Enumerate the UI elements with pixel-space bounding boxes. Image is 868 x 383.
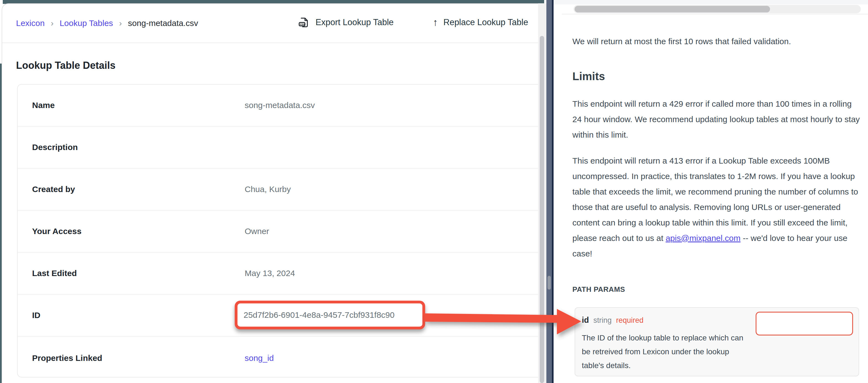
row-value: Owner [245,211,269,252]
breadcrumb-link-lexicon[interactable]: Lexicon [16,19,44,28]
limits-paragraph-1: This endpoint will return a 429 error if… [572,96,863,143]
left-scrollbar-thumb[interactable] [540,36,544,383]
row-label: ID [32,294,40,336]
lookup-table-details-card: Name song-metadata.csv Description Creat… [17,84,538,378]
breadcrumb: Lexicon › Lookup Tables › song-metadata.… [16,16,198,30]
apis-mixpanel-email-link[interactable]: apis@mixpanel.com [666,234,741,243]
header-divider [2,42,538,43]
row-label: Your Access [32,211,82,252]
table-row-your-access: Your Access Owner [18,211,538,252]
paragraph-2-text: This endpoint will return a 413 error if… [572,156,858,243]
upload-arrow-icon: ↑ [433,18,438,27]
row-label: Description [32,127,78,168]
page-title: Lookup Table Details [16,60,116,71]
replace-button-label: Replace Lookup Table [443,18,528,27]
docs-top-divider [562,14,868,14]
table-row-properties-linked: Properties Linked song_id [18,337,538,380]
screenshot-root: Lexicon › Lookup Tables › song-metadata.… [0,0,868,383]
svg-text:csv: csv [300,23,305,26]
horizontal-scrollbar-thumb[interactable] [575,6,770,12]
csv-file-icon: csv [297,16,310,29]
table-row-created-by: Created by Chua, Kurby [18,169,538,211]
breadcrumb-separator-icon: › [119,19,122,28]
table-row-description: Description [18,127,538,169]
song-id-link[interactable]: song_id [245,337,274,380]
row-label: Properties Linked [32,337,102,380]
id-annotation-box: 25d7f2b6-6901-4e8a-9457-7cbf931f8c90 [235,301,425,329]
replace-lookup-table-button[interactable]: ↑ Replace Lookup Table [433,13,528,32]
param-required-badge: required [616,316,644,325]
lookup-table-id-value: 25d7f2b6-6901-4e8a-9457-7cbf931f8c90 [244,310,395,320]
param-name: id [582,316,589,325]
path-params-label: PATH PARAMS [572,285,625,294]
param-description: The ID of the lookup table to replace wh… [582,331,753,373]
table-row-last-edited: Last Edited May 13, 2024 [18,252,538,294]
breadcrumb-link-lookup-tables[interactable]: Lookup Tables [60,19,113,28]
export-lookup-table-button[interactable]: csv Export Lookup Table [297,13,394,32]
row-value: song-metadata.csv [245,84,315,126]
export-button-label: Export Lookup Table [315,18,394,27]
row-value: Chua, Kurby [245,169,291,210]
param-type: string [593,316,612,325]
api-docs-panel: We will return at most the first 10 rows… [554,0,868,383]
divider-scrollbar-thumb[interactable] [548,276,551,289]
breadcrumb-current-file: song-metadata.csv [128,19,198,28]
id-param-input[interactable] [755,312,853,336]
row-label: Created by [32,169,75,210]
row-value: May 13, 2024 [245,252,295,294]
docs-intro-text: We will return at most the first 10 rows… [572,34,863,49]
limits-paragraph-2: This endpoint will return a 413 error if… [572,153,863,262]
window-divider-bar [547,0,552,383]
breadcrumb-separator-icon: › [51,19,54,28]
docs-top-strip [554,0,868,4]
param-header: id string required [582,316,644,325]
table-row-name: Name song-metadata.csv [18,84,538,127]
horizontal-scrollbar-track[interactable] [574,5,861,13]
path-param-card: id string required The ID of the lookup … [575,307,859,376]
limits-heading: Limits [572,70,605,82]
row-label: Last Edited [32,252,77,294]
row-label: Name [32,84,55,126]
